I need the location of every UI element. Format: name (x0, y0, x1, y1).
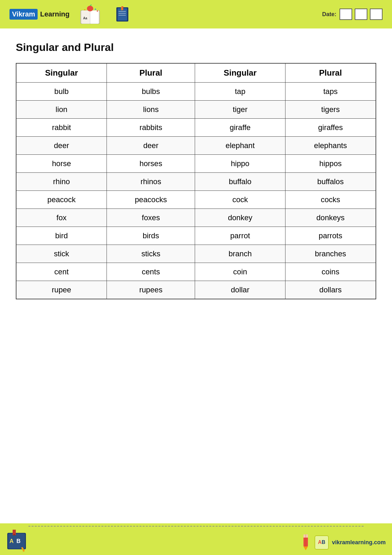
svg-point-6 (84, 9, 85, 10)
date-box-3[interactable] (370, 9, 383, 20)
cell-r5-c3: buffalos (285, 173, 376, 191)
cell-r0-c3: taps (285, 83, 376, 101)
footer-website: vikramlearning.com (332, 539, 386, 546)
date-boxes (340, 9, 383, 20)
table-row: centcentscoincoins (16, 263, 376, 281)
footer-logo-left: A B (6, 530, 27, 552)
page-title: Singular and Plural (16, 41, 376, 53)
cell-r9-c1: sticks (107, 245, 195, 263)
cell-r3-c3: elephants (285, 137, 376, 155)
cell-r11-c3: dollars (285, 281, 376, 299)
cell-r2-c1: rabbits (107, 119, 195, 137)
svg-text:Aa: Aa (83, 16, 87, 20)
cell-r6-c1: peacocks (107, 191, 195, 209)
cell-r4-c0: horse (16, 155, 107, 173)
date-box-2[interactable] (355, 9, 367, 20)
cell-r3-c1: deer (107, 137, 195, 155)
cell-r8-c2: parrot (195, 227, 285, 245)
cell-r4-c3: hippos (285, 155, 376, 173)
col-header-singular-2: Singular (195, 63, 285, 83)
cell-r7-c2: donkey (195, 209, 285, 227)
cell-r4-c1: horses (107, 155, 195, 173)
cell-r1-c3: tigers (285, 101, 376, 119)
cell-r9-c3: branches (285, 245, 376, 263)
cell-r0-c2: tap (195, 83, 285, 101)
svg-point-4 (87, 6, 93, 11)
cell-r1-c0: lion (16, 101, 107, 119)
cell-r1-c2: tiger (195, 101, 285, 119)
cell-r5-c2: buffalo (195, 173, 285, 191)
cell-r6-c2: cock (195, 191, 285, 209)
cell-r8-c1: birds (107, 227, 195, 245)
table-row: peacockpeacockscockcocks (16, 191, 376, 209)
cell-r2-c3: giraffes (285, 119, 376, 137)
cell-r9-c2: branch (195, 245, 285, 263)
cell-r10-c1: cents (107, 263, 195, 281)
cell-r5-c1: rhinos (107, 173, 195, 191)
cell-r9-c0: stick (16, 245, 107, 263)
table-row: bulbbulbstaptaps (16, 83, 376, 101)
col-header-plural-2: Plural (285, 63, 376, 83)
header: Vikram Learning Aa $ Date: (0, 0, 392, 28)
footer-logo-right: AB vikramlearning.com (300, 534, 386, 550)
cell-r3-c0: deer (16, 137, 107, 155)
cell-r11-c1: rupees (107, 281, 195, 299)
table-row: horsehorseshippohippos (16, 155, 376, 173)
date-box-1[interactable] (340, 9, 352, 20)
logo-learning: Learning (40, 10, 70, 18)
cell-r8-c0: bird (16, 227, 107, 245)
cell-r10-c3: coins (285, 263, 376, 281)
word-table: Singular Plural Singular Plural bulbbulb… (16, 63, 376, 299)
table-row: rupeerupeesdollardollars (16, 281, 376, 299)
cell-r11-c2: dollar (195, 281, 285, 299)
cell-r2-c0: rabbit (16, 119, 107, 137)
svg-point-8 (97, 10, 98, 12)
table-header-row: Singular Plural Singular Plural (16, 63, 376, 83)
logo-vikram: Vikram (9, 9, 38, 20)
footer-ab-label: AB (315, 535, 329, 550)
cell-r11-c0: rupee (16, 281, 107, 299)
cell-r7-c1: foxes (107, 209, 195, 227)
cell-r4-c2: hippo (195, 155, 285, 173)
cell-r8-c3: parrots (285, 227, 376, 245)
date-section: Date: (322, 9, 383, 20)
main-content: Singular and Plural Singular Plural Sing… (0, 28, 392, 312)
col-header-singular-1: Singular (16, 63, 107, 83)
cell-r6-c3: cocks (285, 191, 376, 209)
footer-pencil-icon (300, 534, 311, 550)
cell-r10-c2: coin (195, 263, 285, 281)
cell-r0-c0: bulb (16, 83, 107, 101)
cell-r5-c0: rhino (16, 173, 107, 191)
footer-book-icon: A B (6, 530, 27, 552)
svg-text:$: $ (121, 7, 123, 11)
cell-r7-c0: fox (16, 209, 107, 227)
cell-r6-c0: peacock (16, 191, 107, 209)
col-header-plural-1: Plural (107, 63, 195, 83)
table-row: lionlionstigertigers (16, 101, 376, 119)
table-row: birdbirdsparrotparrots (16, 227, 376, 245)
table-row: rabbitrabbitsgiraffegiraffes (16, 119, 376, 137)
svg-marker-27 (303, 546, 308, 550)
svg-point-7 (95, 9, 96, 10)
book-icon: Aa (79, 4, 101, 25)
date-label: Date: (322, 11, 336, 18)
table-row: sticksticksbranchbranches (16, 245, 376, 263)
pencil-icon: $ (114, 6, 131, 23)
cell-r2-c2: giraffe (195, 119, 285, 137)
logo-container: Vikram Learning (9, 9, 70, 20)
table-row: deerdeerelephantelephants (16, 137, 376, 155)
svg-text:B: B (16, 538, 21, 544)
svg-rect-2 (90, 10, 99, 24)
cell-r7-c3: donkeys (285, 209, 376, 227)
footer: A B AB vikramlearning.com (0, 523, 392, 555)
cell-r3-c2: elephant (195, 137, 285, 155)
table-row: rhinorhinosbuffalobuffalos (16, 173, 376, 191)
svg-text:A: A (9, 538, 14, 544)
cell-r0-c1: bulbs (107, 83, 195, 101)
table-row: foxfoxesdonkeydonkeys (16, 209, 376, 227)
cell-r1-c1: lions (107, 101, 195, 119)
cell-r10-c0: cent (16, 263, 107, 281)
